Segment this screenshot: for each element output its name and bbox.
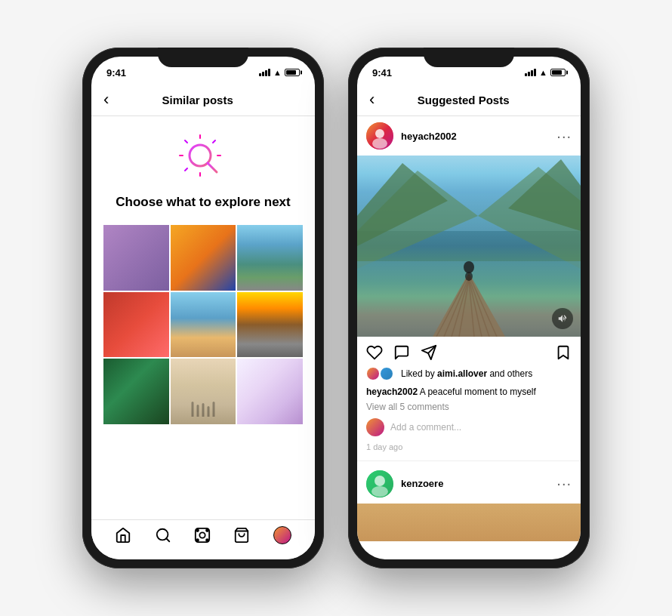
post-time: 1 day ago (357, 441, 581, 457)
svg-line-1 (208, 163, 217, 172)
nav-reels[interactable] (194, 527, 211, 544)
phone-screen-1: 9:41 ▲ ‹ Similar posts (91, 57, 315, 559)
notch-2 (424, 48, 514, 67)
next-post-user-info: kenzoere (366, 470, 443, 497)
svg-point-13 (196, 529, 199, 531)
nav-shop[interactable] (233, 527, 250, 544)
like-avatar-2 (380, 367, 393, 380)
svg-point-35 (464, 261, 474, 273)
commenter-avatar (366, 418, 384, 436)
status-time-2: 9:41 (372, 67, 392, 79)
next-post-header: kenzoere ··· (357, 464, 581, 504)
back-button-1[interactable]: ‹ (103, 90, 109, 109)
nav-title-2: Suggested Posts (375, 94, 552, 106)
phone-suggested-posts: 9:41 ▲ ‹ Suggested Posts (348, 48, 590, 568)
view-comments[interactable]: View all 5 comments (357, 400, 581, 414)
next-post-more-options[interactable]: ··· (556, 475, 572, 492)
explore-title: Choose what to explore next (116, 195, 290, 210)
next-post-image (357, 504, 581, 541)
post-likes: Liked by aimi.allover and others (357, 367, 581, 385)
user-avatar[interactable] (366, 122, 393, 149)
next-post-username[interactable]: kenzoere (401, 478, 443, 489)
back-button-2[interactable]: ‹ (369, 90, 375, 109)
caption-text: A peaceful moment to myself (420, 387, 536, 397)
post-more-options[interactable]: ··· (556, 128, 572, 145)
grid-cell-3[interactable] (237, 225, 303, 291)
similar-posts-content: Choose what to explore next (91, 116, 315, 436)
svg-point-20 (372, 138, 387, 149)
post-username[interactable]: heyach2002 (401, 131, 457, 142)
svg-point-19 (375, 129, 384, 138)
comment-button[interactable] (393, 343, 410, 361)
svg-point-16 (206, 539, 208, 541)
phone-screen-2: 9:41 ▲ ‹ Suggested Posts (357, 57, 581, 559)
status-time-1: 9:41 (106, 67, 126, 79)
nav-title-1: Similar posts (109, 94, 286, 106)
wifi-icon-2: ▲ (539, 68, 547, 77)
wifi-icon-1: ▲ (273, 68, 282, 77)
svg-point-36 (465, 272, 473, 281)
grid-cell-9[interactable] (237, 359, 303, 424)
search-explore-icon (179, 134, 227, 183)
nav-bar-2: ‹ Suggested Posts (357, 84, 581, 116)
signal-icon-1 (259, 69, 270, 76)
svg-line-8 (185, 168, 187, 171)
svg-point-40 (375, 476, 385, 486)
svg-line-6 (185, 140, 187, 143)
grid-cell-6[interactable] (237, 292, 303, 358)
nav-bar-1: ‹ Similar posts (91, 84, 315, 116)
post-user-info: heyach2002 (366, 122, 457, 149)
explore-grid (103, 225, 303, 424)
svg-point-14 (206, 529, 208, 531)
likes-text: Liked by aimi.allover and others (401, 368, 532, 379)
grid-cell-8[interactable] (171, 359, 236, 424)
svg-point-12 (199, 532, 205, 537)
grid-cell-2[interactable] (171, 225, 236, 291)
bottom-nav-1 (91, 519, 315, 559)
phone-similar-posts: 9:41 ▲ ‹ Similar posts (82, 48, 324, 568)
post-caption: heyach2002 A peaceful moment to myself (357, 385, 581, 400)
svg-line-7 (213, 140, 215, 143)
status-icons-2: ▲ (525, 68, 566, 77)
post-divider (357, 460, 581, 461)
status-icons-1: ▲ (259, 68, 300, 77)
nav-search[interactable] (155, 527, 171, 544)
mute-button[interactable] (552, 308, 573, 329)
post-header: heyach2002 ··· (357, 116, 581, 156)
nav-profile[interactable] (273, 526, 291, 544)
caption-username[interactable]: heyach2002 (366, 387, 418, 397)
liked-username[interactable]: aimi.allover (437, 368, 487, 379)
share-button[interactable] (421, 343, 437, 361)
post-image (357, 156, 581, 337)
battery-icon-2 (550, 69, 566, 76)
grid-cell-7[interactable] (103, 359, 169, 424)
scene: 9:41 ▲ ‹ Similar posts (67, 32, 605, 584)
like-avatar-1 (366, 367, 380, 380)
notch (158, 48, 248, 67)
svg-line-10 (166, 538, 169, 541)
likes-avatars-row: Liked by aimi.allover and others (366, 367, 572, 380)
post-actions (357, 337, 581, 367)
comment-input[interactable]: Add a comment... (390, 422, 461, 433)
signal-icon-2 (525, 69, 536, 76)
nav-home[interactable] (115, 527, 131, 544)
grid-cell-1[interactable] (103, 225, 169, 291)
like-button[interactable] (366, 343, 383, 361)
grid-cell-4[interactable] (103, 292, 169, 358)
comment-input-row: Add a comment... (357, 414, 581, 441)
svg-point-41 (371, 486, 388, 497)
post-feed: heyach2002 ··· (357, 116, 581, 541)
battery-icon-1 (285, 69, 300, 76)
save-button[interactable] (555, 343, 572, 361)
next-post-avatar[interactable] (366, 470, 393, 497)
grid-cell-5[interactable] (171, 292, 236, 358)
post-actions-left (366, 343, 437, 361)
svg-point-15 (196, 539, 199, 541)
